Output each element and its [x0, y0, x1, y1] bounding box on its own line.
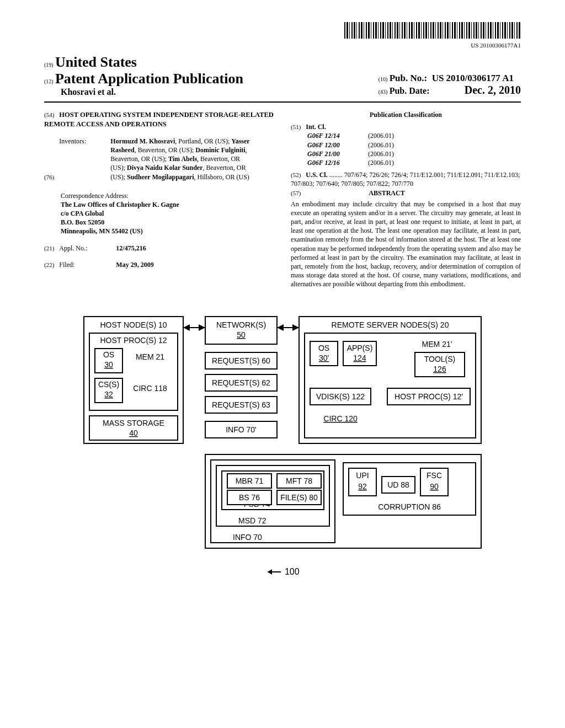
- pubno-val: US 2010/0306177 A1: [432, 73, 514, 83]
- svg-text:HOST PROC(S) 12': HOST PROC(S) 12': [395, 392, 463, 401]
- barcode-graphic: [344, 22, 521, 39]
- svg-text:REMOTE SERVER NODES(S) 20: REMOTE SERVER NODES(S) 20: [332, 320, 449, 329]
- filed-row: (22) Filed: May 29, 2009: [44, 260, 274, 269]
- svg-text:30: 30: [104, 360, 113, 369]
- uscl-num: (52): [291, 172, 301, 178]
- abstract-num: (57): [291, 190, 301, 196]
- figure-ref-100: 100: [44, 567, 521, 577]
- svg-text:MEM 21: MEM 21: [136, 352, 164, 361]
- svg-text:REQUEST(S) 62: REQUEST(S) 62: [212, 378, 270, 387]
- svg-text:126: 126: [433, 365, 446, 373]
- svg-text:APP(S): APP(S): [347, 344, 373, 352]
- intcl-label: Int. Cl.: [306, 123, 326, 131]
- abstract-body: An embodiment may include circuitry that…: [291, 200, 521, 289]
- svg-text:MFT 78: MFT 78: [286, 477, 312, 485]
- appl-val: 12/475,216: [116, 244, 146, 252]
- intcl-num: (51): [291, 124, 301, 130]
- svg-text:FSC: FSC: [427, 471, 442, 480]
- svg-text:124: 124: [353, 354, 366, 362]
- svg-text:30': 30': [319, 354, 329, 362]
- svg-text:CIRC 118: CIRC 118: [133, 384, 167, 393]
- uscl-label: U.S. Cl.: [306, 171, 327, 179]
- filed-val: May 29, 2009: [116, 261, 153, 269]
- intcl-row: G06F 12/16(2006.01): [307, 158, 521, 167]
- document-header: (19) United States (12) Patent Applicati…: [44, 54, 521, 97]
- svg-text:OS: OS: [318, 344, 329, 352]
- appl-num: (21): [44, 245, 54, 251]
- corr-line4: Minneapolis, MN 55402 (US): [61, 227, 143, 235]
- svg-text:NETWORK(S): NETWORK(S): [216, 320, 266, 329]
- svg-text:OS: OS: [103, 350, 114, 359]
- header-right-block: (10) Pub. No.: US 2010/0306177 A1 (43) P…: [379, 73, 521, 97]
- corr-line2: c/o CPA Global: [61, 210, 104, 217]
- country-num: (19): [44, 62, 54, 68]
- inventors-label: Inventors:: [59, 137, 109, 146]
- svg-text:92: 92: [358, 482, 367, 491]
- svg-text:BS 76: BS 76: [239, 493, 260, 502]
- svg-text:UPI: UPI: [356, 471, 369, 480]
- svg-text:REQUEST(S) 60: REQUEST(S) 60: [212, 356, 270, 365]
- svg-text:50: 50: [237, 330, 246, 339]
- appl-label: Appl. No.:: [59, 244, 103, 253]
- title-num: (54): [44, 111, 54, 118]
- pubno-label: Pub. No.:: [390, 73, 427, 83]
- svg-text:HOST PROC(S) 12: HOST PROC(S) 12: [100, 336, 167, 345]
- filed-num: (22): [44, 261, 54, 268]
- barcode-block: US 20100306177A1: [44, 22, 521, 49]
- pubdate-val: Dec. 2, 2010: [465, 84, 521, 96]
- svg-text:MBR 71: MBR 71: [236, 477, 264, 485]
- pubdate-num: (43): [379, 89, 388, 95]
- svg-text:CS(S): CS(S): [98, 380, 119, 389]
- svg-text:40: 40: [129, 429, 138, 437]
- country-name: United States: [55, 54, 137, 70]
- svg-text:UD 88: UD 88: [387, 480, 409, 489]
- pubno-num: (10): [379, 76, 388, 82]
- svg-text:VDISK(S) 122: VDISK(S) 122: [316, 392, 365, 401]
- correspondence-block: Correspondence Address: The Law Offices …: [61, 191, 274, 236]
- intcl-row: G06F 12/00(2006.01): [307, 141, 521, 149]
- header-rule: [44, 101, 521, 103]
- pubtype-num: (12): [44, 78, 54, 84]
- intcl-block: (51) Int. Cl. G06F 12/14(2006.01) G06F 1…: [291, 122, 521, 167]
- inventors-block: (76) Inventors: Hormuzd M. Khosravi, Por…: [44, 137, 274, 181]
- corr-line1: The Law Offices of Christopher K. Gagne: [61, 201, 179, 208]
- svg-text:TOOL(S): TOOL(S): [424, 355, 456, 363]
- svg-text:FILE(S) 80: FILE(S) 80: [280, 493, 318, 502]
- abstract-block: (57) ABSTRACT An embodiment may include …: [291, 189, 521, 289]
- svg-text:INFO 70': INFO 70': [226, 425, 257, 434]
- bibliographic-columns: (54) HOST OPERATING SYSTEM INDEPENDENT S…: [44, 110, 521, 289]
- inventors-num: (76): [44, 174, 54, 180]
- intcl-row: G06F 12/14(2006.01): [307, 131, 521, 140]
- ref100-text: 100: [285, 567, 300, 576]
- inventors-text: Hormuzd M. Khosravi, Portland, OR (US); …: [110, 137, 254, 181]
- figure-1: HOST NODE(S) 10 HOST PROC(S) 12 OS 30 ME…: [44, 311, 521, 556]
- abstract-heading: ABSTRACT: [369, 189, 404, 197]
- svg-text:INFO 70: INFO 70: [233, 533, 262, 542]
- svg-text:MSD 72: MSD 72: [238, 516, 266, 525]
- svg-text:90: 90: [430, 482, 439, 491]
- pubdate-label: Pub. Date:: [390, 86, 430, 95]
- svg-text:HOST NODE(S) 10: HOST NODE(S) 10: [100, 320, 167, 329]
- classification-heading: Publication Classification: [291, 110, 521, 119]
- filed-label: Filed:: [59, 260, 103, 269]
- svg-text:32: 32: [104, 390, 113, 399]
- pub-type: Patent Application Publication: [55, 71, 243, 87]
- svg-text:REQUEST(S) 63: REQUEST(S) 63: [212, 400, 270, 409]
- left-column: (54) HOST OPERATING SYSTEM INDEPENDENT S…: [44, 110, 274, 289]
- invention-title: HOST OPERATING SYSTEM INDEPENDENT STORAG…: [44, 111, 274, 128]
- corr-line3: B.O. Box 52050: [61, 218, 104, 226]
- svg-text:CIRC 120: CIRC 120: [323, 414, 358, 423]
- figure-svg: HOST NODE(S) 10 HOST PROC(S) 12 OS 30 ME…: [78, 311, 487, 554]
- appl-no-row: (21) Appl. No.: 12/475,216: [44, 244, 274, 253]
- barcode-number: US 20100306177A1: [44, 42, 521, 49]
- intcl-row: G06F 21/00(2006.01): [307, 149, 521, 158]
- svg-text:MEM 21': MEM 21': [422, 340, 452, 349]
- right-column: Publication Classification (51) Int. Cl.…: [291, 110, 521, 289]
- svg-text:MASS STORAGE: MASS STORAGE: [103, 419, 164, 427]
- uscl-block: (52) U.S. Cl. ........ 707/674; 726/26; …: [291, 170, 521, 188]
- corr-label: Correspondence Address:: [61, 192, 129, 200]
- title-block: (54) HOST OPERATING SYSTEM INDEPENDENT S…: [44, 110, 274, 129]
- svg-text:CORRUPTION 86: CORRUPTION 86: [378, 502, 441, 511]
